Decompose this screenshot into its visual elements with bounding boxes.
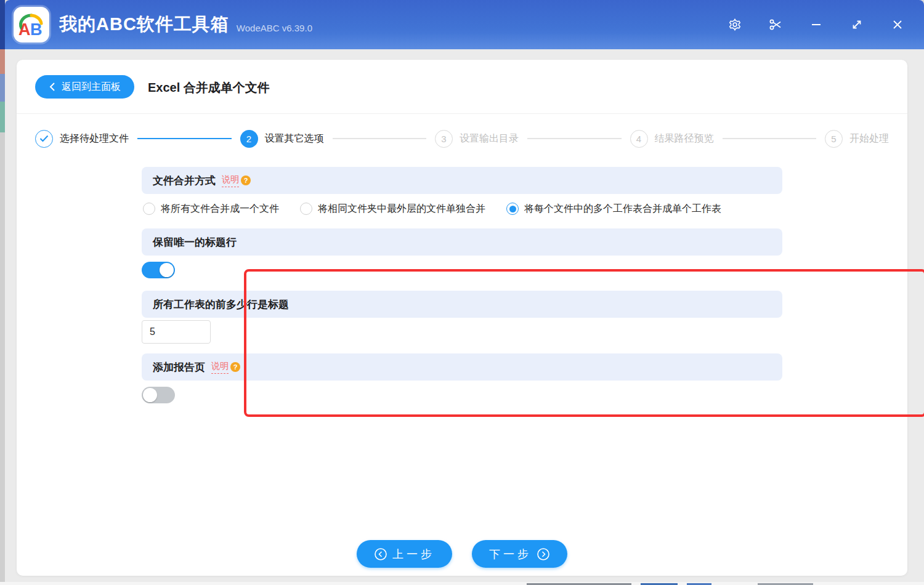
titlebar-actions [715, 0, 918, 49]
toggle-knob [160, 263, 174, 277]
step-select-files[interactable]: 选择待处理文件 [35, 130, 129, 148]
header-rows-input[interactable] [142, 320, 211, 344]
wizard-footer: 上一步 下一步 [17, 540, 907, 568]
toggle-knob [143, 388, 157, 402]
step3-label: 设置输出目录 [460, 132, 519, 145]
radio-circle [506, 203, 519, 215]
svg-text:A: A [18, 20, 31, 39]
report-page-title: 添加报告页 [153, 360, 205, 374]
prev-step-button[interactable]: 上一步 [357, 540, 452, 568]
main-window: A B 我的ABC软件工具箱 WodeABC v6.39.0 [5, 0, 924, 582]
merge-mode-section-header: 文件合并方式 说明 ? [142, 167, 782, 194]
step5-circle: 5 [825, 130, 843, 148]
settings-gear-icon[interactable] [715, 0, 755, 49]
app-window: A B 我的ABC软件工具箱 WodeABC v6.39.0 [0, 0, 924, 585]
app-version: WodeABC v6.39.0 [237, 23, 312, 33]
merge-mode-help-label[interactable]: 说明 [222, 174, 239, 187]
back-button-label: 返回到主面板 [62, 81, 121, 94]
step-start-process[interactable]: 5 开始处理 [825, 130, 889, 148]
maximize-resize-icon[interactable] [837, 0, 877, 49]
prev-step-label: 上一步 [392, 547, 435, 562]
abc-logo-icon: A B [17, 10, 46, 39]
step-indicator: 选择待处理文件 2 设置其它选项 3 设置输出目录 4 结果路径预览 [35, 129, 889, 148]
main-card: 返回到主面板 Excel 合并成单个文件 选择待处理文件 2 [17, 60, 907, 576]
next-step-button[interactable]: 下一步 [472, 540, 567, 568]
header-rows-title: 所有工作表的前多少行是标题 [153, 297, 289, 312]
keep-header-title: 保留唯一的标题行 [153, 235, 237, 249]
taskbar-sliver [0, 582, 924, 585]
report-page-section-header: 添加报告页 说明 ? [142, 353, 782, 381]
back-to-dashboard-button[interactable]: 返回到主面板 [35, 75, 134, 99]
radio-circle [300, 203, 312, 215]
chevron-left-icon [49, 82, 55, 92]
next-step-label: 下一步 [489, 547, 532, 562]
radio-merge-sheets-in-file[interactable]: 将每个文件中的多个工作表合并成单个工作表 [506, 203, 721, 216]
step3-circle: 3 [435, 130, 453, 148]
merge-mode-options: 将所有文件合并成一个文件 将相同文件夹中最外层的文件单独合并 将每个文件中的多个… [142, 200, 782, 217]
step-connector-1 [137, 138, 232, 139]
report-page-toggle[interactable] [142, 387, 175, 403]
scissors-icon[interactable] [755, 0, 796, 49]
question-mark-icon[interactable]: ? [241, 176, 251, 185]
step-connector-4 [723, 138, 817, 139]
circled-chevron-right-icon [537, 547, 550, 561]
header-rows-section-header: 所有工作表的前多少行是标题 [142, 291, 782, 318]
merge-mode-title: 文件合并方式 [153, 174, 216, 188]
app-title: 我的ABC软件工具箱 [59, 12, 229, 37]
radio-merge-per-folder[interactable]: 将相同文件夹中最外层的文件单独合并 [300, 203, 485, 216]
step2-label: 设置其它选项 [265, 132, 324, 145]
step1-circle [35, 130, 53, 148]
question-mark-icon[interactable]: ? [230, 362, 240, 372]
circled-chevron-left-icon [374, 547, 387, 561]
step-other-options[interactable]: 2 设置其它选项 [240, 130, 324, 148]
svg-text:B: B [30, 20, 43, 39]
options-panel: 文件合并方式 说明 ? 将所有文件合并成一个文件 将相同文件夹中最外层的文件单独… [142, 167, 782, 403]
step5-label: 开始处理 [849, 132, 889, 145]
desktop-edge [0, 0, 5, 585]
step4-circle: 4 [630, 130, 648, 148]
page-title: Excel 合并成单个文件 [148, 79, 270, 96]
step-result-preview[interactable]: 4 结果路径预览 [630, 130, 714, 148]
card-header: 返回到主面板 Excel 合并成单个文件 [17, 60, 907, 114]
keep-header-toggle[interactable] [142, 262, 175, 278]
keep-header-section-header: 保留唯一的标题行 [142, 228, 782, 256]
step-connector-2 [333, 138, 427, 139]
radio-merge-all-to-one[interactable]: 将所有文件合并成一个文件 [143, 203, 279, 216]
titlebar: A B 我的ABC软件工具箱 WodeABC v6.39.0 [5, 0, 924, 49]
radio-circle [143, 203, 155, 215]
app-logo: A B [14, 7, 49, 42]
step1-label: 选择待处理文件 [60, 132, 129, 145]
minimize-icon[interactable] [796, 0, 837, 49]
close-icon[interactable] [877, 0, 918, 49]
merge-mode-help[interactable]: 说明 ? [222, 174, 251, 187]
check-icon [39, 135, 49, 142]
report-page-help[interactable]: 说明 ? [211, 361, 240, 374]
step-connector-3 [527, 138, 622, 139]
report-page-help-label[interactable]: 说明 [211, 361, 229, 374]
step2-circle: 2 [240, 130, 258, 148]
step-output-dir[interactable]: 3 设置输出目录 [435, 130, 519, 148]
step4-label: 结果路径预览 [655, 132, 714, 145]
